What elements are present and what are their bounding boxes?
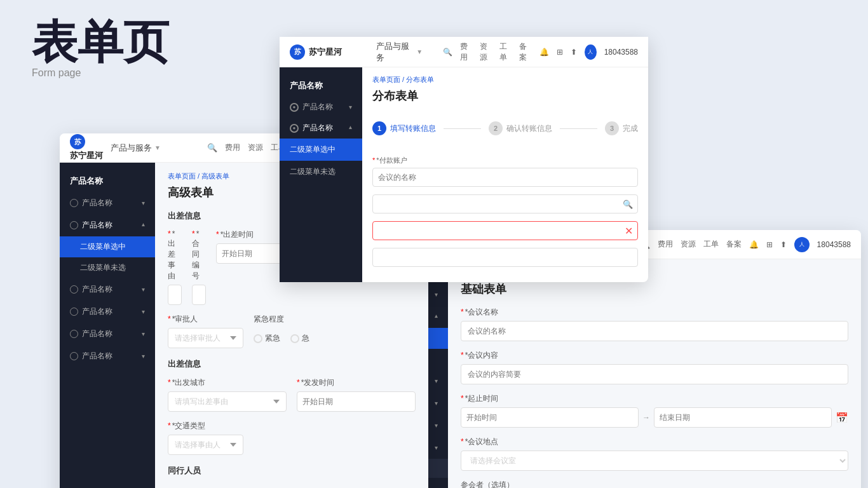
win2-nav-resource[interactable]: 资源: [248, 142, 263, 153]
win2-departure-start[interactable]: [297, 391, 416, 412]
win2-sidebar-item-2[interactable]: 产品名称 ▾: [60, 214, 155, 236]
win1-form-row-3: ✕: [372, 221, 638, 240]
win2-sidebar-item-3[interactable]: 产品名称 ▾: [60, 278, 155, 301]
win1-nav-cost[interactable]: 费用: [460, 41, 472, 63]
win3-meeting-name-input[interactable]: [461, 321, 848, 341]
win3-location-label: *会议地点: [461, 437, 848, 447]
win3-avatar[interactable]: 人: [794, 237, 810, 252]
win3-date-range: → 📅: [461, 407, 848, 428]
win2-sidebar-icon-3: [70, 285, 78, 294]
win2-sidebar-item-6[interactable]: 产品名称 ▾: [60, 345, 155, 367]
win3-location-select[interactable]: 请选择会议室: [461, 451, 848, 471]
win3-participants-field: 参会者（选填） 请选择参会人员: [461, 480, 848, 488]
win3-nav-cost[interactable]: 费用: [658, 239, 673, 250]
win1-logo-text: 苏宁星河: [309, 46, 342, 58]
win1-nav-menu[interactable]: 产品与服务 ▼: [376, 41, 423, 64]
win1-upload-icon[interactable]: ⬆: [571, 48, 577, 57]
win1-sidebar-item-2[interactable]: ● 产品名称 ▾: [280, 118, 362, 139]
win1-extra-input[interactable]: [372, 248, 638, 267]
win3-main: 表单页面 / 基础表单 基础表单 *会议名称 *会议内容: [448, 259, 861, 488]
win3-meeting-content-field: *会议内容: [461, 350, 848, 384]
win1-payment-label: *付款账户: [372, 156, 638, 165]
win1-steps: 1 填写转账信息 2 确认转账信息 3 完成: [372, 114, 638, 143]
win2-approver-select[interactable]: 请选择审批人: [168, 328, 243, 348]
win1-breadcrumb: 表单页面 / 分布表单: [372, 75, 638, 85]
win2-radio-normal[interactable]: 急: [290, 333, 309, 344]
win2-sub-item-inactive[interactable]: 二级菜单未选: [60, 257, 155, 278]
win3-calendar-icon[interactable]: 📅: [836, 412, 848, 424]
win2-city-label: *出发城市: [168, 377, 287, 388]
win1-extra-field: [372, 248, 638, 267]
win1-error-field: ✕: [372, 221, 638, 240]
win1-grid-icon[interactable]: ⊞: [557, 48, 563, 57]
win1-main: 表单页面 / 分布表单 分布表单 1 填写转账信息 2 确认: [362, 67, 648, 282]
win2-radio-urgent[interactable]: 紧急: [254, 333, 280, 344]
win1-search-icon-inner: 🔍: [623, 200, 633, 209]
win3-chevron-5: ▾: [435, 422, 438, 429]
win1-bell-icon[interactable]: 🔔: [539, 48, 549, 57]
win3-time-label: *起止时间: [461, 393, 848, 404]
win1-user-name: 18043588: [604, 48, 638, 57]
win2-nav-cost[interactable]: 费用: [225, 142, 240, 153]
win2-sidebar-icon-6: [70, 352, 78, 360]
win2-sidebar-icon-4: [70, 308, 78, 316]
win1-search-icon[interactable]: 🔍: [443, 48, 452, 57]
win3-nav-resource[interactable]: 资源: [681, 239, 696, 250]
win2-chevron-5: ▾: [142, 330, 145, 337]
win2-reason-input[interactable]: [168, 285, 182, 305]
win2-placeholder-field-2: [254, 421, 329, 455]
win1-nav-resource[interactable]: 资源: [480, 41, 492, 63]
win3-nav-ticket[interactable]: 工单: [703, 239, 719, 250]
win2-chevron-4: ▾: [142, 308, 145, 315]
win1-logo-icon: 苏: [290, 44, 305, 60]
win2-section-title-2: 出差信息: [168, 358, 416, 370]
win3-upload-icon[interactable]: ⬆: [780, 240, 787, 249]
win2-sidebar-icon-2: [70, 221, 78, 229]
win1-step-2-circle: 2: [489, 121, 503, 135]
win1-sidebar-icon-2: ●: [290, 124, 299, 133]
win2-search-icon[interactable]: 🔍: [207, 143, 217, 152]
win2-sidebar-item-1[interactable]: 产品名称 ▾: [60, 192, 155, 214]
win3-nav-record[interactable]: 备案: [726, 239, 742, 250]
win1-chevron-2: ▾: [349, 125, 352, 132]
win1-step-line-2: [560, 128, 597, 129]
win2-sub-item-active[interactable]: 二级菜单选中: [60, 236, 155, 257]
win1-clear-icon[interactable]: ✕: [625, 225, 633, 237]
win2-logo-text: 苏宁星河: [70, 151, 103, 160]
win1-payment-input[interactable]: [372, 168, 638, 187]
win1-nav-actions: 🔍 费用 资源 工单 备案 🔔 ⊞ ⬆ 人 18043588: [443, 41, 638, 63]
win3-chevron-1: ▾: [435, 291, 438, 298]
page-header: 表单页 Form page: [32, 19, 169, 79]
win3-content: 产品名称 产品名称 ▾ 产品名称 ▾ 二级菜单选中 二级菜单未选: [353, 259, 861, 488]
win3-start-time[interactable]: [461, 407, 639, 428]
win1-sub-item-active[interactable]: 二级菜单选中: [280, 139, 362, 161]
win1-search-input[interactable]: [372, 194, 638, 214]
win1-chevron-1: ▾: [349, 104, 352, 111]
win3-grid-icon[interactable]: ⊞: [766, 240, 773, 249]
win1-error-input[interactable]: [372, 221, 638, 240]
win2-reason-label: *出差事由: [168, 229, 182, 281]
win1-nav-record[interactable]: 备案: [519, 41, 531, 63]
win1-nav-ticket[interactable]: 工单: [499, 41, 512, 63]
win3-form-row-5: 参会者（选填） 请选择参会人员: [461, 480, 848, 488]
win1-step-3: 3 完成: [605, 121, 638, 135]
win1-sidebar-item-1[interactable]: ● 产品名称 ▾: [280, 97, 362, 118]
win3-meeting-name-label: *会议名称: [461, 307, 848, 318]
win2-form-row-4: *交通类型 请选择事由人: [168, 421, 416, 455]
win2-sidebar-item-4[interactable]: 产品名称 ▾: [60, 301, 155, 323]
win2-city-select[interactable]: 请填写出差事由: [168, 391, 287, 412]
win2-contract-input[interactable]: [192, 285, 206, 305]
win2-chevron-6: ▾: [142, 353, 145, 360]
win1-form-row-1: *付款账户: [372, 156, 638, 187]
win2-nav-menu[interactable]: 产品与服务 ▼: [111, 142, 161, 154]
win3-meeting-content-input[interactable]: [461, 364, 848, 384]
win3-user-name: 18043588: [817, 240, 851, 249]
win3-bell-icon[interactable]: 🔔: [749, 240, 759, 249]
win1-avatar[interactable]: 人: [585, 44, 597, 60]
win3-end-time[interactable]: [654, 407, 832, 428]
win2-transport-select[interactable]: 请选择事由人: [168, 435, 243, 455]
win2-sidebar-item-5[interactable]: 产品名称 ▾: [60, 323, 155, 345]
win3-meeting-name-field: *会议名称: [461, 307, 848, 341]
win3-form-row-2: *会议内容: [461, 350, 848, 384]
win1-sub-item-inactive[interactable]: 二级菜单未选: [280, 161, 362, 183]
